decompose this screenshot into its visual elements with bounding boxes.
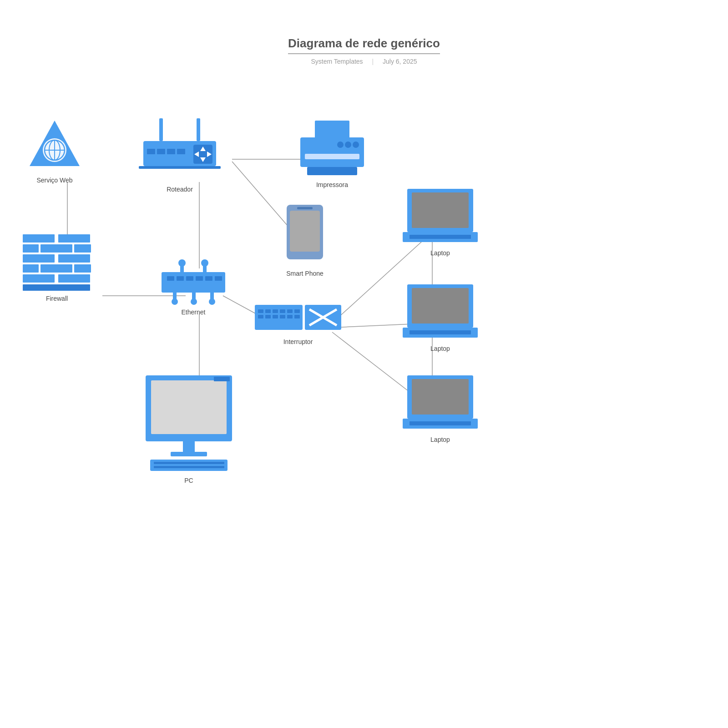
svg-rect-68 (290, 211, 320, 252)
svg-rect-33 (147, 149, 155, 154)
svg-rect-17 (23, 234, 55, 243)
svg-rect-52 (205, 276, 212, 281)
svg-rect-70 (297, 207, 313, 209)
svg-rect-88 (151, 380, 227, 434)
svg-point-58 (191, 298, 197, 305)
svg-rect-66 (307, 167, 357, 175)
svg-rect-47 (162, 272, 225, 293)
node-router: Roteador (134, 118, 225, 193)
firewall-icon (20, 232, 93, 291)
node-printer: Impressora (296, 118, 369, 188)
web-service-label: Serviço Web (36, 177, 72, 184)
svg-rect-76 (287, 309, 293, 313)
node-laptop1: Laptop (400, 187, 480, 257)
laptop3-label: Laptop (430, 436, 450, 443)
svg-point-63 (345, 142, 351, 148)
svg-rect-45 (180, 263, 184, 272)
svg-rect-73 (265, 309, 271, 313)
date-label: July 6, 2025 (383, 58, 417, 65)
page-header: Diagrama de rede genérico System Templat… (0, 0, 728, 65)
svg-rect-42 (139, 166, 221, 169)
laptop2-icon (400, 282, 480, 341)
svg-rect-50 (186, 276, 193, 281)
web-service-icon (27, 118, 82, 173)
svg-rect-53 (215, 276, 222, 281)
pc-icon (141, 373, 237, 473)
svg-point-65 (337, 142, 344, 148)
ethernet-icon (157, 259, 230, 305)
node-web-service: Serviço Web (27, 118, 82, 184)
svg-rect-51 (196, 276, 203, 281)
svg-rect-81 (280, 315, 285, 318)
page-title: Diagrama de rede genérico (288, 36, 440, 54)
svg-rect-83 (294, 315, 300, 318)
svg-rect-82 (287, 315, 293, 318)
laptop3-icon (400, 373, 480, 432)
svg-rect-46 (203, 263, 207, 272)
svg-rect-72 (258, 309, 263, 313)
svg-rect-93 (154, 466, 224, 468)
svg-rect-48 (167, 276, 174, 281)
divider: | (372, 58, 374, 65)
svg-rect-80 (273, 315, 278, 318)
svg-rect-20 (40, 244, 72, 253)
node-firewall: Firewall (20, 232, 93, 302)
node-smartphone: Smart Phone (280, 202, 330, 277)
svg-rect-74 (273, 309, 278, 313)
interruptor-label: Interruptor (283, 338, 313, 345)
smartphone-icon (280, 202, 330, 266)
pc-label: PC (184, 477, 193, 484)
svg-rect-26 (74, 264, 91, 273)
svg-rect-94 (214, 377, 230, 381)
svg-point-59 (209, 298, 215, 305)
svg-rect-91 (150, 460, 228, 471)
printer-label: Impressora (316, 181, 348, 188)
svg-rect-18 (58, 234, 90, 243)
svg-rect-24 (23, 264, 39, 273)
svg-rect-104 (412, 379, 469, 415)
svg-rect-78 (258, 315, 263, 318)
svg-rect-49 (177, 276, 184, 281)
svg-point-57 (172, 298, 178, 305)
firewall-label: Firewall (46, 295, 68, 302)
node-interruptor: Interruptor (253, 300, 344, 345)
svg-rect-34 (157, 149, 165, 154)
node-laptop2: Laptop (400, 282, 480, 352)
svg-rect-21 (74, 244, 91, 253)
node-pc: PC (141, 373, 237, 484)
svg-rect-31 (197, 118, 200, 141)
svg-rect-89 (183, 441, 195, 453)
router-label: Roteador (167, 186, 193, 193)
svg-rect-75 (280, 309, 285, 313)
laptop1-icon (400, 187, 480, 246)
svg-rect-29 (23, 284, 90, 291)
svg-rect-62 (305, 154, 359, 159)
svg-rect-35 (167, 149, 175, 154)
svg-rect-28 (58, 274, 90, 283)
svg-rect-96 (412, 192, 469, 228)
svg-rect-27 (23, 274, 55, 283)
laptop2-label: Laptop (430, 345, 450, 352)
svg-rect-23 (58, 254, 90, 263)
page-meta: System Templates | July 6, 2025 (0, 58, 728, 65)
printer-icon (296, 118, 369, 177)
svg-rect-92 (154, 462, 224, 464)
svg-rect-22 (23, 254, 55, 263)
source-label: System Templates (311, 58, 363, 65)
svg-rect-30 (159, 118, 163, 141)
smartphone-label: Smart Phone (286, 270, 324, 277)
svg-rect-25 (40, 264, 72, 273)
node-laptop3: Laptop (400, 373, 480, 443)
svg-rect-102 (410, 330, 471, 334)
svg-rect-90 (171, 452, 207, 456)
router-icon (134, 118, 225, 182)
node-ethernet: Ethernet (157, 259, 230, 316)
svg-rect-79 (265, 315, 271, 318)
svg-rect-77 (294, 309, 300, 313)
laptop1-label: Laptop (430, 249, 450, 257)
svg-rect-36 (177, 149, 185, 154)
svg-point-64 (353, 142, 359, 148)
ethernet-label: Ethernet (182, 308, 206, 316)
svg-rect-98 (410, 235, 471, 239)
svg-rect-106 (410, 421, 471, 425)
